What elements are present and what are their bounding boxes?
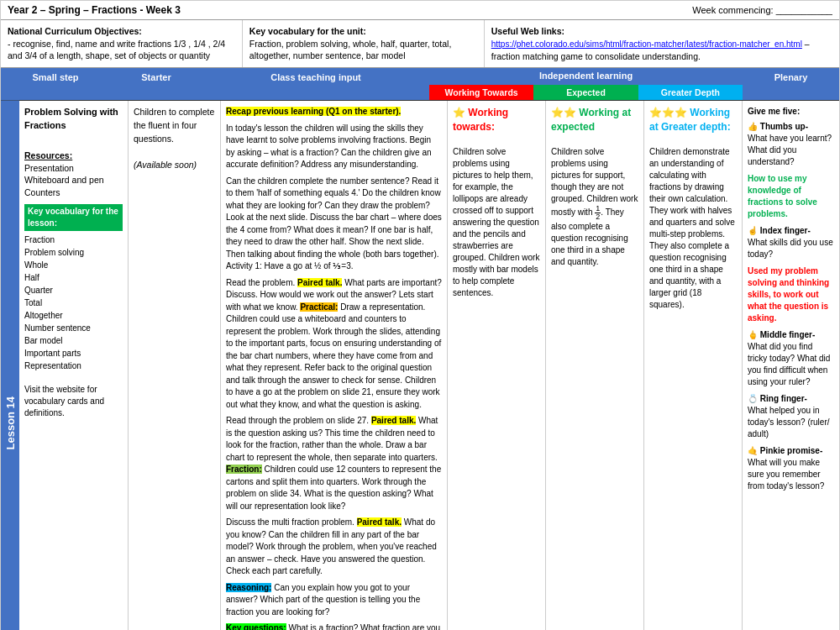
middle-emoji: 🖕	[748, 330, 758, 339]
towards-stars: ⭐ Working towards:	[453, 106, 540, 134]
small-step-title: Problem Solving with Fractions	[24, 106, 123, 132]
small-step-column: Problem Solving with Fractions Resources…	[19, 101, 129, 630]
page-title: Year 2 – Spring – Fractions - Week 3	[8, 4, 692, 16]
starter-text: Children to complete the fluent in four …	[134, 106, 215, 145]
header-greater: Greater Depth	[638, 85, 743, 100]
column-headers: Small step Starter Class teaching input …	[1, 68, 839, 101]
index-emoji: ☝	[748, 226, 758, 235]
fraction-half: 12	[595, 205, 601, 221]
vocab-list: Fraction Problem solving Whole Half Quar…	[24, 234, 123, 372]
middle-finger: 🖕 Middle finger- What did you find trick…	[748, 329, 834, 388]
middle-label: Middle finger-	[760, 330, 816, 339]
paired-talk-2: Paired talk.	[371, 416, 416, 425]
web-desc: –	[805, 39, 810, 49]
pinkie: 🤙 Pinkie promise- What will you make sur…	[748, 445, 834, 492]
resources-label: Resources:	[24, 150, 72, 160]
web-desc-text: fraction matching game to consolidate un…	[491, 51, 701, 61]
independent-learning: ⭐ Working towards: Children solve proble…	[448, 101, 743, 630]
teaching-paired1: Read the problem. Paired talk. What part…	[226, 277, 442, 412]
resource-2: Whiteboard and pen	[24, 175, 104, 185]
expected-column: ⭐⭐ Working at expected Children solve pr…	[546, 101, 644, 630]
ring-finger: 💍 Ring finger- What helped you in today'…	[748, 393, 834, 440]
header-small-step: Small step	[1, 68, 110, 100]
web-links: Useful Web links: https://phet.colorado.…	[485, 20, 839, 67]
starter-available: (Available soon)	[134, 159, 215, 172]
thumbs-emoji: 👍	[748, 122, 758, 131]
teaching-key-questions: Key questions: What is a fraction? What …	[226, 622, 442, 630]
resources-section: Resources: Presentation Whiteboard and p…	[24, 150, 123, 199]
vocab-quarter: Quarter	[24, 284, 123, 297]
starter-recap: Recap previous learning (Q1 on the start…	[226, 107, 401, 116]
starter-column: Children to complete the fluent in four …	[129, 101, 221, 630]
vocab-fraction: Fraction	[24, 234, 123, 246]
greater-text: Children demonstrate an understanding of…	[649, 146, 737, 311]
header-teaching: Class teaching input	[202, 68, 429, 100]
week-commencing: Week commencing: ___________	[692, 5, 832, 15]
teaching-reasoning: Reasoning: Can you explain how you got t…	[226, 582, 442, 619]
used-my-item: Used my problem solving and thinking ski…	[748, 265, 834, 324]
vocab-problem-solving: Problem solving	[24, 246, 123, 259]
header-starter: Starter	[110, 68, 202, 100]
teaching-paired2: Read through the problem on slide 27. Pa…	[226, 415, 442, 512]
indep-label: Independent learning	[537, 68, 635, 83]
teaching-intro: In today's lesson the children will usin…	[226, 123, 442, 171]
ring-text: What helped you in today's lesson? (rule…	[748, 406, 830, 438]
lesson-number: Lesson 14	[1, 101, 19, 630]
nc-body: - recognise, find, name and write fracti…	[8, 39, 225, 61]
expected-text: Children solve problems using pictures f…	[551, 146, 638, 268]
knowledge-item: How to use my knowledge of fractions to …	[748, 173, 834, 220]
kv-box-label: Key vocabulary for the lesson:	[24, 204, 123, 231]
web-title: Useful Web links:	[491, 26, 564, 36]
visit-text: Visit the website for vocabulary cards a…	[24, 384, 123, 419]
kv-body: Fraction, problem solving, whole, half, …	[249, 39, 451, 61]
index-finger: ☝ Index finger- What skills did you use …	[748, 225, 834, 260]
teaching-starter: Recap previous learning (Q1 on the start…	[226, 106, 442, 118]
thumbs-up: 👍 Thumbs up- What have you learnt? What …	[748, 121, 834, 168]
header-indep: Independent learning Working Towards Exp…	[429, 68, 743, 100]
plenary-intro: Give me five:	[748, 106, 834, 118]
header-expected: Expected	[533, 85, 638, 100]
vocab-important-parts: Important parts	[24, 347, 123, 360]
expected-stars: ⭐⭐ Working at expected	[551, 106, 638, 134]
vocab-representation: Representation	[24, 360, 123, 372]
index-text: What skills did you use today?	[748, 238, 833, 259]
vocab-whole: Whole	[24, 259, 123, 271]
index-label: Index finger-	[760, 226, 811, 235]
used-my-text: Used my problem solving and thinking ski…	[748, 266, 829, 323]
pinkie-emoji: 🤙	[748, 446, 758, 455]
plenary-column: Give me five: 👍 Thumbs up- What have you…	[743, 101, 839, 630]
reasoning-label: Reasoning:	[226, 583, 271, 592]
pinkie-text: What will you make sure you remember fro…	[748, 458, 824, 491]
vocab-bar-model: Bar model	[24, 334, 123, 347]
nc-title: National Curriculum Objectives:	[8, 26, 142, 36]
greater-stars: ⭐⭐⭐ Working at Greater depth:	[649, 106, 737, 134]
thumbs-text: What have you learnt? What did you under…	[748, 134, 832, 166]
main-content: Lesson 14 Problem Solving with Fractions…	[1, 101, 839, 630]
knowledge-text: How to use my knowledge of fractions to …	[748, 174, 817, 218]
header-plenary: Plenary	[743, 68, 839, 100]
paired-talk-3: Paired talk.	[357, 517, 402, 527]
teaching-column: Recap previous learning (Q1 on the start…	[221, 101, 448, 630]
nc-objectives: National Curriculum Objectives: - recogn…	[1, 20, 243, 67]
teaching-multi: Discuss the multi fraction problem. Pair…	[226, 517, 442, 578]
vocab-total: Total	[24, 297, 123, 309]
practical-1: Practical:	[300, 302, 338, 312]
resource-3: Counters	[24, 187, 60, 197]
resource-1: Presentation	[24, 163, 74, 173]
towards-text: Children solve problems using pictures t…	[453, 146, 540, 299]
vocab-number-sentence: Number sentence	[24, 322, 123, 334]
key-questions-label: Key questions:	[226, 623, 286, 630]
ring-emoji: 💍	[748, 394, 758, 403]
working-towards-column: ⭐ Working towards: Children solve proble…	[448, 101, 546, 630]
fraction-highlight: Fraction:	[226, 465, 262, 474]
paired-talk-1: Paired talk.	[297, 278, 342, 287]
page: Year 2 – Spring – Fractions - Week 3 Wee…	[0, 0, 840, 630]
vocab-altogether: Altogether	[24, 309, 123, 322]
middle-text: What did you find tricky today? What did…	[748, 342, 830, 386]
pinkie-label: Pinkie promise-	[760, 446, 822, 455]
header-towards: Working Towards	[429, 85, 533, 100]
teaching-activity1: Can the children complete the number sen…	[226, 176, 442, 273]
vocab-half: Half	[24, 271, 123, 284]
web-link[interactable]: https://phet.colorado.edu/sims/html/frac…	[491, 39, 802, 49]
indep-sub-headers: Working Towards Expected Greater Depth	[429, 85, 743, 100]
